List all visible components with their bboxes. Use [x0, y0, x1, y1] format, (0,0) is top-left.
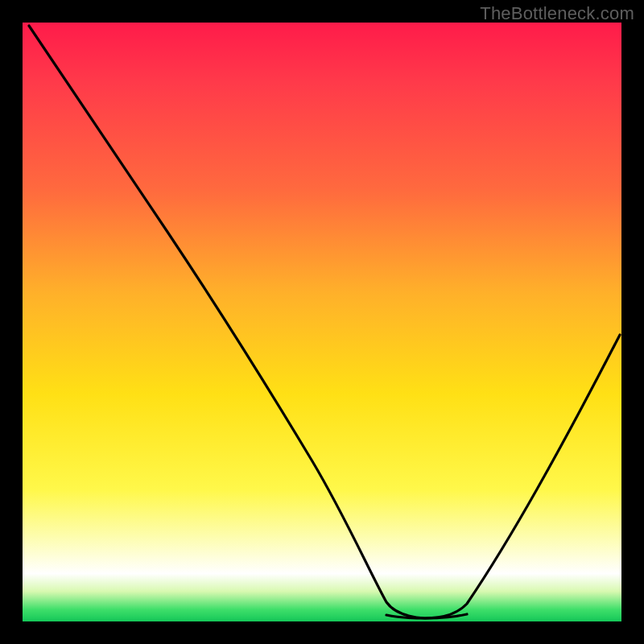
- chart-frame: TheBottleneck.com: [0, 0, 644, 644]
- watermark-text: TheBottleneck.com: [480, 3, 634, 24]
- plot-area: [23, 23, 621, 621]
- curve-layer: [23, 23, 621, 621]
- bottleneck-curve: [29, 26, 620, 618]
